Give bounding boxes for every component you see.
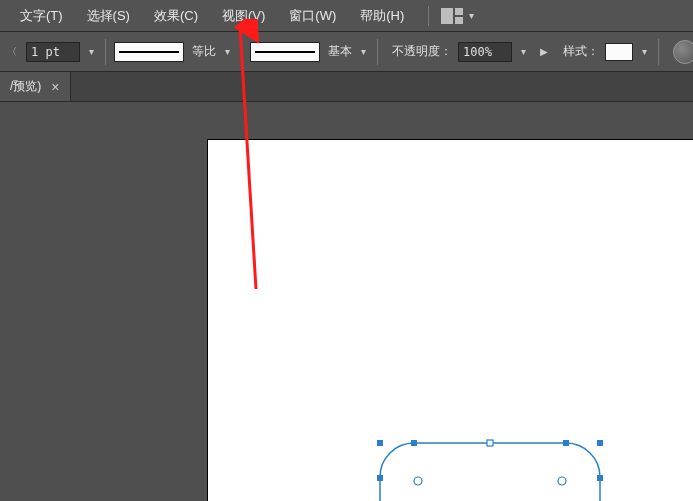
close-icon[interactable]: × [51, 79, 59, 95]
style-dropdown[interactable]: ▾ [639, 46, 650, 57]
stroke-weight-input[interactable]: 1 pt [26, 42, 80, 62]
menu-window[interactable]: 窗口(W) [277, 1, 348, 31]
nav-forward-icon[interactable]: ▶ [535, 43, 553, 61]
menu-view[interactable]: 视图(V) [210, 1, 277, 31]
separator [105, 39, 106, 65]
svg-point-4 [414, 477, 422, 485]
separator [658, 39, 659, 65]
opacity-input[interactable]: 100% [458, 42, 512, 62]
svg-rect-11 [411, 440, 417, 446]
workspace-switcher-icon[interactable] [441, 8, 463, 24]
opacity-label: 不透明度： [392, 43, 452, 60]
document-tab-bar: /预览) × [0, 72, 693, 102]
document-tab-label: /预览) [10, 78, 41, 95]
menu-select[interactable]: 选择(S) [75, 1, 142, 31]
svg-rect-10 [597, 440, 603, 446]
svg-point-5 [558, 477, 566, 485]
svg-rect-0 [441, 8, 453, 24]
workspace [0, 102, 693, 501]
workspace-switcher-dropdown[interactable]: ▾ [469, 10, 474, 21]
menu-effect[interactable]: 效果(C) [142, 1, 210, 31]
stroke-profile-dropdown[interactable]: ▾ [222, 46, 233, 57]
svg-rect-7 [377, 475, 383, 481]
stroke-profile-label: 等比 [192, 43, 216, 60]
document-tab[interactable]: /预览) × [0, 72, 71, 101]
menu-bar: 文字(T) 选择(S) 效果(C) 视图(V) 窗口(W) 帮助(H) ▾ [0, 0, 693, 32]
stroke-weight-dropdown[interactable]: ▾ [86, 46, 97, 57]
brush-preview[interactable] [250, 42, 320, 62]
menu-text[interactable]: 文字(T) [8, 1, 75, 31]
recolor-icon[interactable] [673, 40, 693, 64]
svg-rect-6 [487, 440, 493, 446]
selected-shape[interactable] [370, 437, 610, 501]
style-label: 样式： [563, 43, 599, 60]
menu-separator [428, 6, 429, 26]
options-bar: 〈 1 pt ▾ 等比 ▾ 基本 ▾ 不透明度： 100% ▾ ▶ 样式： ▾ [0, 32, 693, 72]
svg-rect-9 [377, 440, 383, 446]
stroke-profile-preview[interactable] [114, 42, 184, 62]
brush-dropdown[interactable]: ▾ [358, 46, 369, 57]
svg-rect-1 [455, 8, 463, 15]
menu-help[interactable]: 帮助(H) [348, 1, 416, 31]
svg-rect-12 [563, 440, 569, 446]
brush-label: 基本 [328, 43, 352, 60]
separator [241, 39, 242, 65]
svg-rect-8 [597, 475, 603, 481]
style-swatch[interactable] [605, 43, 633, 61]
svg-rect-2 [455, 17, 463, 24]
opacity-dropdown[interactable]: ▾ [518, 46, 529, 57]
chevron-left-icon[interactable]: 〈 [4, 45, 20, 59]
separator [377, 39, 378, 65]
svg-rect-3 [380, 443, 600, 501]
